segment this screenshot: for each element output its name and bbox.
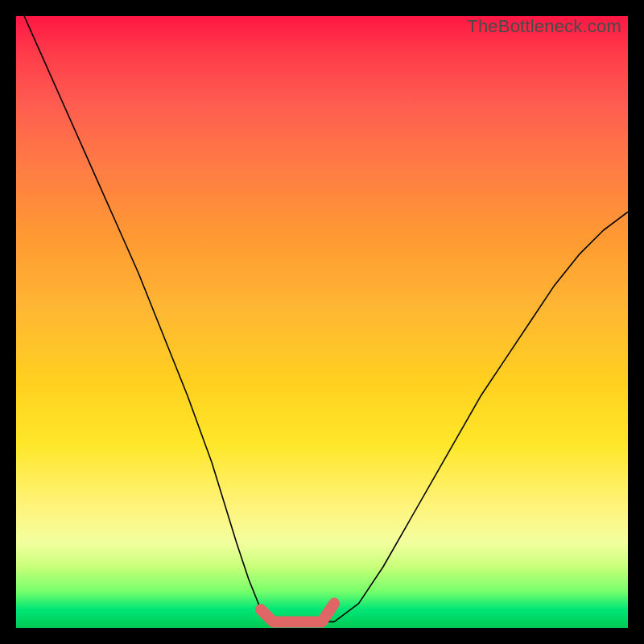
curve-path <box>16 16 628 621</box>
optimal-flat-marker <box>261 604 334 622</box>
plot-area: TheBottleneck.com <box>16 16 628 628</box>
bottleneck-curve <box>16 16 628 628</box>
chart-frame: TheBottleneck.com <box>0 0 644 644</box>
